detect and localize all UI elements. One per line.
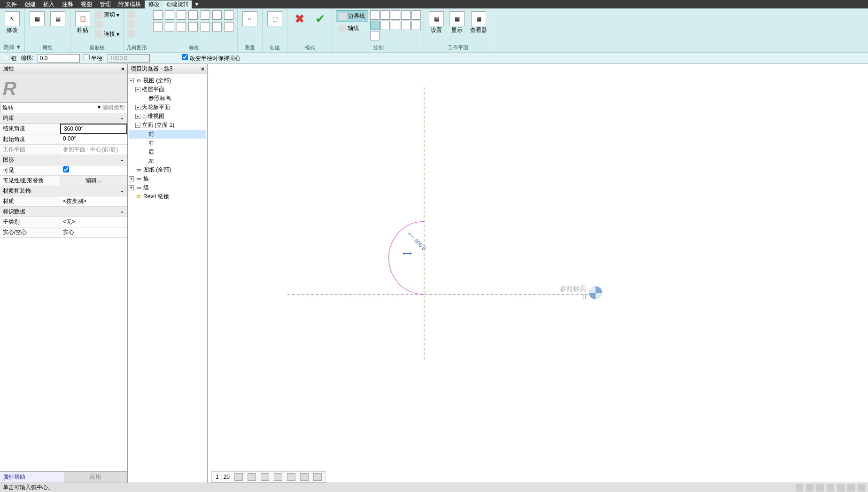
sun-path-icon[interactable] [261,473,269,481]
measure-button[interactable]: ↔ [240,10,259,27]
tree-ceiling[interactable]: +天花板平面 [129,103,206,112]
axis-line-button[interactable]: 轴线 [336,23,368,34]
prop-material[interactable]: 材质<按类别> [0,196,127,207]
cat-graphics[interactable]: 图形⌄ [0,155,127,165]
tree-groups[interactable]: +▭组 [129,183,206,192]
scale-selector[interactable]: 1 : 20 [216,474,230,480]
connect-button[interactable]: 连接 ▾ [94,30,120,39]
prop-vis-override[interactable]: 可见性/图形替换编辑... [0,176,127,186]
properties-help-link[interactable]: 属性帮助 [0,472,64,483]
arc-tan-icon[interactable] [380,21,390,30]
filter-icon[interactable] [858,484,865,492]
wp-set-button[interactable]: ▦设置 [427,10,446,35]
concentric-checkbox[interactable]: 改变半径时保持同心 [182,54,240,62]
tree-elev-right[interactable]: 右 [129,139,206,148]
tree-links[interactable]: ⧉Revit 链接 [129,192,206,201]
chevron-down-icon[interactable]: ▾ [98,104,101,112]
menu-insert[interactable]: 插入 [39,0,58,8]
prop-visible[interactable]: 可见 [0,165,127,176]
geom-btn-3[interactable] [126,29,136,38]
boundary-line-button[interactable]: 边界线 [336,10,368,22]
menu-overflow-icon[interactable]: ▾ [192,1,202,8]
offset-icon[interactable] [165,10,174,20]
line-tool-icon[interactable] [370,10,380,20]
chain-checkbox[interactable]: 链 [4,54,17,62]
radius-input[interactable] [108,54,150,62]
cat-materials[interactable]: 材质和装饰⌄ [0,186,127,196]
select-modify-button[interactable]: ↖ 修改 [3,10,22,35]
browser-header[interactable]: 项目浏览器 - 族3 × [128,64,207,74]
ellipse-icon[interactable] [411,21,421,30]
type-selector[interactable]: 旋转 ▾编辑类型 [0,102,127,113]
mirror-draw-icon[interactable] [188,10,198,20]
menu-context-tab[interactable]: 创建旋转 [163,0,192,8]
properties-button-1[interactable]: ▦ [28,10,46,27]
create-button[interactable]: ⬚ [265,10,284,27]
status-icon-6[interactable] [847,484,855,492]
shadows-icon[interactable] [274,473,282,481]
prop-solid[interactable]: 实心/空心实心 [0,227,127,238]
status-icon-2[interactable] [806,484,814,492]
array-icon[interactable] [212,10,222,20]
trim-icon[interactable] [188,22,198,31]
spline-icon[interactable] [401,21,411,30]
properties-header[interactable]: 属性 × [0,64,127,74]
drawing-canvas[interactable]: ⟵ 400.0 ⟷ 参照标高 0 1 : 20 [208,64,868,483]
visible-checkbox[interactable] [63,166,69,172]
delete-icon[interactable] [224,22,233,31]
arc-3pt-icon[interactable] [411,10,421,20]
unpin-icon[interactable] [212,22,222,31]
prop-end-angle[interactable]: 结束角度360.00° [0,124,127,134]
wp-viewer-button[interactable]: ▦查看器 [468,10,489,35]
tree-views[interactable]: −⊙视图 (全部) [129,76,206,85]
close-icon[interactable]: × [121,66,124,72]
detail-level-icon[interactable] [234,473,243,481]
menu-addins[interactable]: 附加模块 [115,0,145,8]
prop-subcat[interactable]: 子类别<无> [0,217,127,227]
status-icon-3[interactable] [816,484,824,492]
prop-start-angle[interactable]: 起始角度0.00° [0,134,127,145]
menu-manage[interactable]: 管理 [96,0,115,8]
fillet-icon[interactable] [391,21,400,30]
tree-elev-front[interactable]: 前 [129,130,206,139]
crop-region-icon[interactable] [300,473,309,481]
tree-elev-back[interactable]: 后 [129,148,206,156]
edit-type-button[interactable]: 编辑类型 [102,104,125,112]
tree-floorplans[interactable]: −楼层平面 [129,85,206,94]
properties-button-2[interactable]: ▤ [48,10,67,27]
tree-families[interactable]: +▭族 [129,174,206,183]
split-icon[interactable] [201,10,210,20]
menu-file[interactable]: 文件 [2,0,21,8]
pick-line-icon[interactable] [370,31,380,40]
offset-input[interactable] [38,54,80,62]
pin-icon[interactable] [201,22,210,31]
status-icon-5[interactable] [837,484,845,492]
tree-elev-left[interactable]: 左 [129,156,206,165]
align-icon[interactable] [153,10,163,20]
mirror-pick-icon[interactable] [177,10,186,20]
tree-3d[interactable]: +三维视图 [129,112,206,121]
cat-identity[interactable]: 标识数据⌄ [0,207,127,217]
paste-button[interactable]: 📋粘贴 [73,10,92,35]
status-icon-4[interactable] [827,484,834,492]
apply-button[interactable]: 应用 [64,472,128,483]
tree-ref-level[interactable]: 参照标高 [129,94,206,103]
move-icon[interactable] [153,22,163,31]
copy-button[interactable] [94,20,120,29]
radius-checkbox[interactable]: 半径: [84,54,104,62]
scale-icon[interactable] [224,10,233,20]
hide-isolate-icon[interactable] [313,473,322,481]
circle-tool-icon[interactable] [401,10,411,20]
rotate-icon[interactable] [177,22,186,31]
select-dropdown-icon[interactable]: ▼ [16,44,22,50]
wp-show-button[interactable]: ▦显示 [448,10,466,35]
arc-center-icon[interactable] [370,21,380,30]
rect-tool-icon[interactable] [380,10,390,20]
geom-btn-2[interactable] [126,20,136,28]
menu-annotate[interactable]: 注释 [58,0,77,8]
finish-mode-button[interactable]: ✔ [311,10,330,27]
close-icon[interactable]: × [201,66,204,72]
tree-elev[interactable]: −立面 (立面 1) [129,121,206,130]
cancel-mode-button[interactable]: ✖ [290,10,309,27]
cut-button[interactable]: 剪切 ▾ [94,10,120,19]
